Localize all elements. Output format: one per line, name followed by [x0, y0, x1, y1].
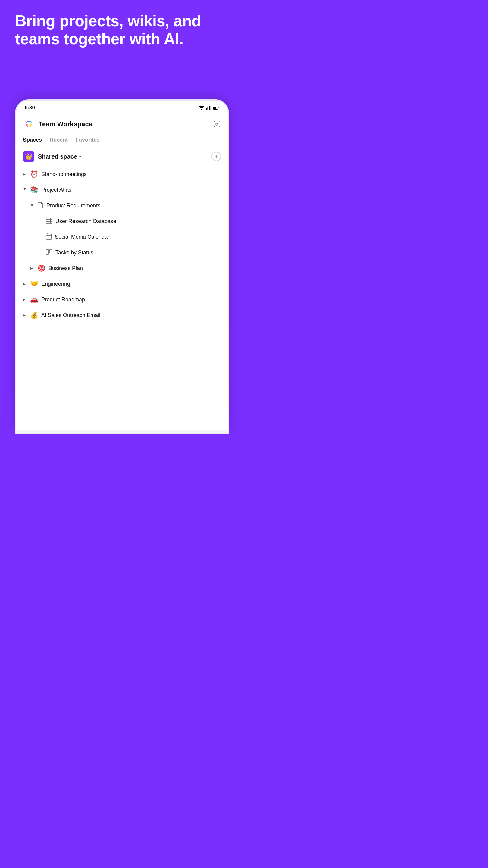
item-emoji: 🎯 [37, 264, 45, 272]
collapsed-arrow-icon: ▶ [23, 282, 27, 286]
list-item[interactable]: ▶ Product Requirements [16, 198, 228, 214]
collapsed-arrow-icon: ▶ [23, 298, 27, 302]
list-item[interactable]: ▶ ⏰ Stand-up meetings [16, 166, 228, 182]
wifi-icon [199, 106, 204, 110]
doc-icon [37, 202, 43, 210]
svg-rect-10 [46, 218, 52, 223]
list-item[interactable]: ▶ 🎯 Business Plan [16, 260, 228, 276]
list-item[interactable]: ▶ Social Media Calendar [16, 229, 228, 245]
signal-icon [206, 106, 211, 110]
svg-rect-19 [46, 249, 48, 255]
phone-frame: 9:30 [15, 99, 229, 434]
hero-heading: Bring projects, wikis, and teams togethe… [15, 12, 229, 48]
app-logo [23, 118, 35, 130]
item-label: Product Roadmap [41, 297, 85, 303]
svg-rect-15 [46, 234, 52, 239]
svg-rect-20 [50, 249, 52, 253]
svg-rect-3 [209, 106, 210, 110]
list-item[interactable]: ▶ 🤝 Engineering [16, 276, 228, 292]
list-item[interactable]: ▶ 📚 Project Atlas [16, 182, 228, 198]
svg-rect-2 [207, 107, 208, 110]
svg-point-9 [216, 123, 218, 125]
item-label: Social Media Calendar [55, 234, 109, 240]
status-icons [199, 106, 219, 110]
expanded-arrow-icon: ▶ [30, 204, 34, 208]
tree-list: ▶ ⏰ Stand-up meetings ▶ 📚 Project Atlas … [16, 166, 228, 323]
item-label: Project Atlas [41, 187, 71, 193]
add-space-button[interactable]: + [212, 152, 221, 161]
app-content: Team Workspace Spaces Recent Favorites 👑 [16, 113, 228, 430]
svg-rect-1 [206, 108, 207, 110]
space-icon: 👑 [23, 151, 34, 162]
item-label: Engineering [41, 281, 70, 287]
calendar-icon [46, 233, 52, 241]
tab-favorites[interactable]: Favorites [76, 134, 104, 146]
list-item[interactable]: ▶ Tasks by Status [16, 245, 228, 260]
app-header: Team Workspace [16, 113, 228, 134]
item-label: Product Requirements [46, 203, 100, 209]
chevron-down-icon: ▾ [79, 154, 81, 159]
item-emoji: 💰 [30, 311, 38, 319]
collapsed-arrow-icon: ▶ [30, 266, 34, 270]
svg-point-8 [27, 122, 31, 127]
svg-rect-4 [210, 106, 211, 110]
tabs-row: Spaces Recent Favorites [16, 134, 228, 147]
app-title: Team Workspace [38, 120, 93, 128]
item-label: Stand-up meetings [41, 171, 87, 178]
item-label: Business Plan [48, 265, 83, 272]
tab-spaces[interactable]: Spaces [23, 134, 47, 146]
expanded-arrow-icon: ▶ [23, 188, 27, 192]
collapsed-arrow-icon: ▶ [23, 172, 27, 176]
svg-point-0 [201, 109, 202, 110]
item-label: AI Sales Outreach Email [41, 312, 100, 318]
board-icon [46, 249, 53, 256]
list-item[interactable]: ▶ 💰 AI Sales Outreach Email [16, 307, 228, 323]
space-name[interactable]: Shared space ▾ [38, 153, 81, 160]
settings-icon[interactable] [213, 120, 221, 128]
list-item[interactable]: ▶ 🚗 Product Roadmap [16, 292, 228, 307]
item-label: User Research Database [56, 218, 116, 224]
space-header-left: 👑 Shared space ▾ [23, 151, 81, 162]
item-emoji: 🚗 [30, 296, 38, 304]
battery-icon [213, 106, 219, 110]
item-label: Tasks by Status [56, 250, 93, 256]
item-emoji: 🤝 [30, 280, 38, 288]
list-item[interactable]: ▶ User Research Database [16, 214, 228, 229]
space-header: 👑 Shared space ▾ + [16, 147, 228, 166]
tab-recent[interactable]: Recent [50, 134, 73, 146]
app-title-group: Team Workspace [23, 118, 93, 130]
svg-rect-6 [213, 107, 216, 109]
table-icon [46, 218, 53, 225]
item-emoji: ⏰ [30, 170, 38, 178]
collapsed-arrow-icon: ▶ [23, 313, 27, 317]
item-emoji: 📚 [30, 186, 38, 194]
status-bar: 9:30 [16, 101, 228, 113]
status-time: 9:30 [25, 105, 35, 111]
phone-screen: 9:30 [16, 101, 228, 433]
